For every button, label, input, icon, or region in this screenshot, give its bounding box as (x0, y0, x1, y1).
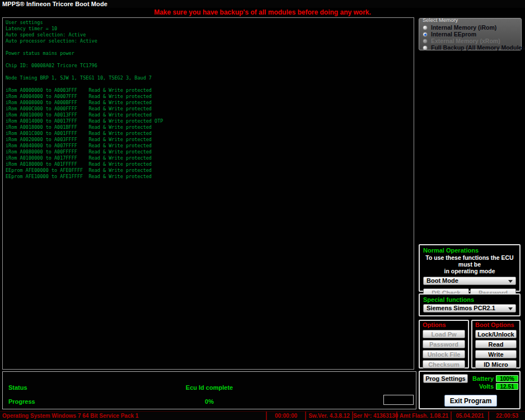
console-line: iRom A0020000 to A003FFFF Read & Write p… (6, 137, 414, 143)
console-line: Auto speed selection: Active (6, 32, 414, 38)
battery-value: 100% (496, 375, 518, 382)
console-line: iRom A0010000 to A0013FFF Read & Write p… (6, 112, 414, 118)
memory-option-label: External Memory (xRom) (431, 38, 500, 44)
memory-option-label: Full Backup (All Memory Modules) (431, 44, 525, 51)
console-line: iRom A0080000 to A00FFFFF Read & Write p… (6, 149, 414, 155)
console-line: iRom A0100000 to A017FFFF Read & Write p… (6, 155, 414, 161)
normal-operations-group: Normal Operations To use these functions… (419, 244, 521, 292)
statusbar-segment: 05.04.2021 (452, 412, 489, 420)
mode-dropdown[interactable]: Boot Mode (423, 277, 516, 285)
lock-unlock-button[interactable]: Lock/Unlock (475, 330, 517, 338)
console-line: Power status mains power (6, 50, 414, 57)
password-button: Password (423, 340, 465, 348)
statusbar-segment: 22:00:53 (489, 412, 525, 420)
console-line: Latency timer = 10 (6, 26, 414, 32)
title-bar: MPPS® Infineon Tricore Boot Mode (0, 0, 525, 8)
progress-box (383, 395, 414, 405)
app-window: MPPS® Infineon Tricore Boot Mode Make su… (0, 0, 525, 420)
window-title: MPPS® Infineon Tricore Boot Mode (2, 1, 107, 7)
chevron-down-icon (508, 280, 513, 283)
backup-warning-text: Make sure you have backup's of all modul… (0, 8, 525, 17)
boot-options-title: Boot Options (472, 321, 519, 328)
console-line: Node Timing BRP 1, SJW 1, TSEG1 10, TSEG… (6, 75, 414, 81)
unlock-file-button: Unlock File (423, 350, 465, 358)
radio-icon[interactable] (423, 25, 428, 30)
boot-options-buttons: Lock/UnlockReadWriteID Micro (472, 330, 519, 368)
status-value: Ecu Id complete (3, 384, 416, 391)
boot-options-group: Boot Options Lock/UnlockReadWriteID Micr… (471, 320, 521, 368)
battery-label: Battery (468, 375, 494, 382)
memory-option-external-memory-xrom: External Memory (xRom) (423, 38, 521, 44)
statusbar-segment: Sw.Ver. 4.3.8.12 (306, 412, 353, 420)
statusbar-segment: Ser Nº: 41363130 (353, 412, 397, 420)
console-line: iRom A000C000 to A000FFFF Read & Write p… (6, 106, 414, 112)
console-line (6, 44, 414, 50)
options-buttons: Load PwPasswordUnlock FileChecksum (420, 330, 468, 368)
console-line: iRom A0180000 to A01FFFFF Read & Write p… (6, 161, 414, 167)
memory-option-full-backup-all-memory-modules[interactable]: Full Backup (All Memory Modules) (423, 44, 521, 51)
options-title: Options (420, 321, 468, 328)
normal-operations-note: To use these functions the ECU must be i… (420, 254, 519, 274)
radio-icon[interactable] (423, 32, 428, 37)
status-panel: Status Ecu Id complete Progress 0% (2, 371, 416, 409)
console-line: User settings (6, 20, 414, 26)
statusbar-os: Operating System Windows 7 64 Bit Servic… (0, 412, 267, 420)
memory-option-label: Internal Memory (iRom) (431, 24, 496, 31)
volts-value: 12.51 (496, 383, 518, 390)
id-micro-button[interactable]: ID Micro (475, 360, 517, 368)
console-line: iRom A0000000 to A0003FFF Read & Write p… (6, 87, 414, 94)
normal-operations-title: Normal Operations (420, 245, 519, 254)
console-line: Auto processor selection: Active (6, 38, 414, 44)
select-memory-title: Select Memory (423, 17, 458, 23)
memory-option-internal-memory-irom[interactable]: Internal Memory (iRom) (423, 24, 521, 31)
load-pw-button: Load Pw (423, 330, 465, 338)
console-line: iRom A0040000 to A007FFFF Read & Write p… (6, 143, 414, 149)
console-line: Chip ID: 00008A02 Tricore TC1796 (6, 63, 414, 69)
console-line (6, 69, 414, 75)
radio-icon (423, 39, 428, 44)
console-line (6, 81, 414, 87)
console-line: iRom A001C000 to A001FFFF Read & Write p… (6, 130, 414, 137)
select-memory-group: Select Memory Internal Memory (iRom)Inte… (419, 18, 522, 50)
console-line: iRom A0014000 to A0017FFF Read & Write p… (6, 118, 414, 124)
special-functions-group: Special functions Siemens Simos PCR2.1 (419, 293, 521, 316)
radio-icon[interactable] (423, 45, 428, 50)
console-line: iRom A0018000 to A001BFFF Read & Write p… (6, 124, 414, 130)
program-panel: Prog Settings Battery 100% Volts 12.51 E… (419, 371, 521, 409)
progress-value: 0% (3, 398, 416, 405)
console-line: iRom A0008000 to A000BFFF Read & Write p… (6, 100, 414, 106)
statusbar-segment: 00:00:00 (267, 412, 306, 420)
statusbar-segment: Amt Flash. 1.08.21 (397, 412, 452, 420)
memory-option-label: Internal EEprom (431, 31, 476, 38)
console-line (6, 57, 414, 63)
checksum-button: Checksum (423, 360, 465, 368)
special-functions-dropdown[interactable]: Siemens Simos PCR2.1 (423, 304, 516, 312)
memory-option-internal-eeprom[interactable]: Internal EEprom (423, 31, 521, 38)
chevron-down-icon (508, 307, 513, 310)
volts-label: Volts (468, 383, 494, 390)
statusbar-segments: 00:00:00Sw.Ver. 4.3.8.12Ser Nº: 41363130… (267, 412, 525, 420)
prog-settings-button[interactable]: Prog Settings (423, 374, 468, 383)
exit-program-button[interactable]: Exit Program (444, 395, 497, 407)
console-output[interactable]: User settingsLatency timer = 10Auto spee… (2, 17, 414, 370)
read-button[interactable]: Read (475, 340, 517, 348)
console-line: EEprom AFE00000 to AFE0FFFF Read & Write… (6, 167, 414, 174)
statusbar: Operating System Windows 7 64 Bit Servic… (0, 411, 525, 420)
write-button[interactable]: Write (475, 350, 517, 358)
special-functions-title: Special functions (420, 295, 519, 304)
options-group: Options Load PwPasswordUnlock FileChecks… (419, 320, 469, 368)
console-line: iRom A0004000 to A0007FFF Read & Write p… (6, 94, 414, 100)
select-memory-options: Internal Memory (iRom)Internal EEpromExt… (423, 24, 521, 51)
console-line: EEprom AFE10000 to AFE1FFFF Read & Write… (6, 174, 414, 180)
